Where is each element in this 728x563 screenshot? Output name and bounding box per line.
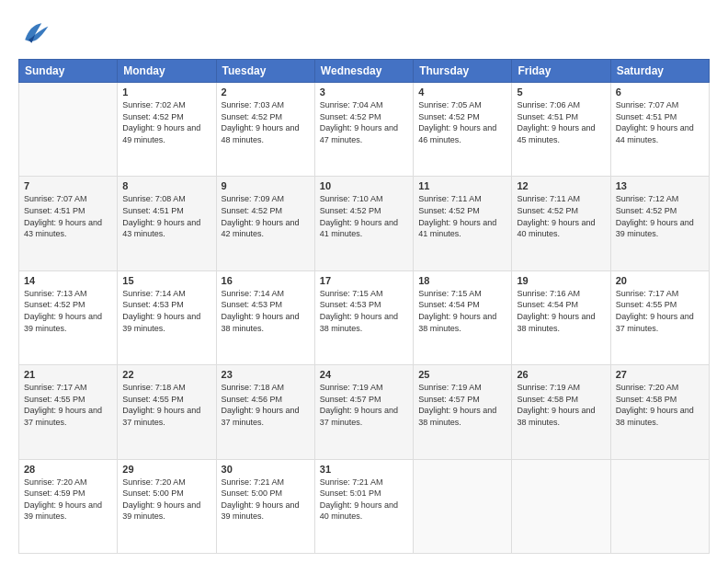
day-number: 3 bbox=[320, 86, 408, 98]
day-info: Sunrise: 7:19 AMSunset: 4:58 PMDaylight:… bbox=[517, 382, 605, 428]
day-number: 25 bbox=[418, 369, 506, 380]
day-info: Sunrise: 7:20 AMSunset: 4:59 PMDaylight:… bbox=[24, 477, 112, 523]
calendar-cell: 17Sunrise: 7:15 AMSunset: 4:53 PMDayligh… bbox=[314, 270, 413, 364]
calendar-week-row: 21Sunrise: 7:17 AMSunset: 4:55 PMDayligh… bbox=[19, 365, 710, 459]
day-info: Sunrise: 7:18 AMSunset: 4:55 PMDaylight:… bbox=[122, 382, 210, 428]
calendar-cell: 15Sunrise: 7:14 AMSunset: 4:53 PMDayligh… bbox=[118, 270, 216, 364]
calendar-cell: 19Sunrise: 7:16 AMSunset: 4:54 PMDayligh… bbox=[512, 270, 610, 364]
day-number: 14 bbox=[24, 275, 112, 286]
day-info: Sunrise: 7:06 AMSunset: 4:51 PMDaylight:… bbox=[517, 99, 605, 145]
day-info: Sunrise: 7:10 AMSunset: 4:52 PMDaylight:… bbox=[320, 193, 408, 239]
calendar-cell: 29Sunrise: 7:20 AMSunset: 5:00 PMDayligh… bbox=[118, 459, 216, 553]
day-info: Sunrise: 7:14 AMSunset: 4:53 PMDaylight:… bbox=[122, 288, 210, 334]
header bbox=[18, 17, 710, 50]
day-info: Sunrise: 7:18 AMSunset: 4:56 PMDaylight:… bbox=[222, 382, 310, 428]
calendar-cell: 1Sunrise: 7:02 AMSunset: 4:52 PMDaylight… bbox=[118, 83, 216, 177]
calendar-cell bbox=[512, 459, 610, 553]
day-info: Sunrise: 7:17 AMSunset: 4:55 PMDaylight:… bbox=[616, 288, 704, 334]
calendar-header-tuesday: Tuesday bbox=[216, 60, 314, 83]
calendar-week-row: 1Sunrise: 7:02 AMSunset: 4:52 PMDaylight… bbox=[19, 83, 710, 177]
calendar-cell: 13Sunrise: 7:12 AMSunset: 4:52 PMDayligh… bbox=[610, 177, 709, 270]
calendar-cell: 7Sunrise: 7:07 AMSunset: 4:51 PMDaylight… bbox=[19, 177, 118, 270]
calendar-cell: 11Sunrise: 7:11 AMSunset: 4:52 PMDayligh… bbox=[414, 177, 512, 270]
calendar-cell: 6Sunrise: 7:07 AMSunset: 4:51 PMDaylight… bbox=[610, 83, 709, 177]
calendar-cell: 2Sunrise: 7:03 AMSunset: 4:52 PMDaylight… bbox=[216, 83, 314, 177]
day-info: Sunrise: 7:20 AMSunset: 5:00 PMDaylight:… bbox=[122, 477, 210, 523]
day-number: 19 bbox=[517, 275, 605, 286]
day-info: Sunrise: 7:15 AMSunset: 4:53 PMDaylight:… bbox=[320, 288, 408, 334]
calendar-cell: 16Sunrise: 7:14 AMSunset: 4:53 PMDayligh… bbox=[216, 270, 314, 364]
calendar-header-friday: Friday bbox=[512, 60, 610, 83]
calendar-cell: 25Sunrise: 7:19 AMSunset: 4:57 PMDayligh… bbox=[414, 365, 512, 459]
calendar-header-thursday: Thursday bbox=[414, 60, 512, 83]
day-info: Sunrise: 7:05 AMSunset: 4:52 PMDaylight:… bbox=[418, 99, 506, 145]
day-info: Sunrise: 7:04 AMSunset: 4:52 PMDaylight:… bbox=[320, 99, 408, 145]
day-info: Sunrise: 7:03 AMSunset: 4:52 PMDaylight:… bbox=[222, 99, 310, 145]
calendar-header-monday: Monday bbox=[118, 60, 216, 83]
calendar-cell: 10Sunrise: 7:10 AMSunset: 4:52 PMDayligh… bbox=[314, 177, 413, 270]
calendar-week-row: 14Sunrise: 7:13 AMSunset: 4:52 PMDayligh… bbox=[19, 270, 710, 364]
day-info: Sunrise: 7:20 AMSunset: 4:58 PMDaylight:… bbox=[616, 382, 704, 428]
day-number: 8 bbox=[122, 180, 210, 191]
day-info: Sunrise: 7:09 AMSunset: 4:52 PMDaylight:… bbox=[222, 193, 310, 239]
calendar-cell: 31Sunrise: 7:21 AMSunset: 5:01 PMDayligh… bbox=[314, 459, 413, 553]
calendar-week-row: 7Sunrise: 7:07 AMSunset: 4:51 PMDaylight… bbox=[19, 177, 710, 270]
calendar-table: SundayMondayTuesdayWednesdayThursdayFrid… bbox=[18, 59, 710, 554]
calendar-header-row: SundayMondayTuesdayWednesdayThursdayFrid… bbox=[19, 60, 710, 83]
day-info: Sunrise: 7:02 AMSunset: 4:52 PMDaylight:… bbox=[122, 99, 210, 145]
day-number: 13 bbox=[616, 180, 704, 191]
calendar-week-row: 28Sunrise: 7:20 AMSunset: 4:59 PMDayligh… bbox=[19, 459, 710, 553]
day-info: Sunrise: 7:12 AMSunset: 4:52 PMDaylight:… bbox=[616, 193, 704, 239]
calendar-cell: 30Sunrise: 7:21 AMSunset: 5:00 PMDayligh… bbox=[216, 459, 314, 553]
calendar-header-sunday: Sunday bbox=[19, 60, 118, 83]
day-info: Sunrise: 7:11 AMSunset: 4:52 PMDaylight:… bbox=[517, 193, 605, 239]
calendar-cell: 20Sunrise: 7:17 AMSunset: 4:55 PMDayligh… bbox=[610, 270, 709, 364]
calendar-cell: 27Sunrise: 7:20 AMSunset: 4:58 PMDayligh… bbox=[610, 365, 709, 459]
calendar-cell: 12Sunrise: 7:11 AMSunset: 4:52 PMDayligh… bbox=[512, 177, 610, 270]
day-info: Sunrise: 7:21 AMSunset: 5:01 PMDaylight:… bbox=[320, 477, 408, 523]
day-number: 23 bbox=[222, 369, 310, 380]
day-info: Sunrise: 7:11 AMSunset: 4:52 PMDaylight:… bbox=[418, 193, 506, 239]
day-info: Sunrise: 7:07 AMSunset: 4:51 PMDaylight:… bbox=[616, 99, 704, 145]
day-info: Sunrise: 7:15 AMSunset: 4:54 PMDaylight:… bbox=[418, 288, 506, 334]
calendar-cell: 18Sunrise: 7:15 AMSunset: 4:54 PMDayligh… bbox=[414, 270, 512, 364]
day-number: 16 bbox=[222, 275, 310, 286]
day-number: 7 bbox=[24, 180, 112, 191]
day-number: 17 bbox=[320, 275, 408, 286]
page: SundayMondayTuesdayWednesdayThursdayFrid… bbox=[0, 0, 728, 563]
day-info: Sunrise: 7:19 AMSunset: 4:57 PMDaylight:… bbox=[418, 382, 506, 428]
day-number: 12 bbox=[517, 180, 605, 191]
calendar-cell bbox=[610, 459, 709, 553]
calendar-cell: 22Sunrise: 7:18 AMSunset: 4:55 PMDayligh… bbox=[118, 365, 216, 459]
calendar-cell: 14Sunrise: 7:13 AMSunset: 4:52 PMDayligh… bbox=[19, 270, 118, 364]
day-info: Sunrise: 7:14 AMSunset: 4:53 PMDaylight:… bbox=[222, 288, 310, 334]
day-info: Sunrise: 7:19 AMSunset: 4:57 PMDaylight:… bbox=[320, 382, 408, 428]
day-number: 22 bbox=[122, 369, 210, 380]
calendar-header-saturday: Saturday bbox=[610, 60, 709, 83]
day-number: 20 bbox=[616, 275, 704, 286]
day-number: 27 bbox=[616, 369, 704, 380]
day-number: 18 bbox=[418, 275, 506, 286]
day-number: 31 bbox=[320, 464, 408, 475]
calendar-cell: 21Sunrise: 7:17 AMSunset: 4:55 PMDayligh… bbox=[19, 365, 118, 459]
calendar-cell bbox=[414, 459, 512, 553]
day-number: 2 bbox=[222, 86, 310, 98]
day-number: 30 bbox=[222, 464, 310, 475]
day-number: 9 bbox=[222, 180, 310, 191]
day-number: 21 bbox=[24, 369, 112, 380]
calendar-cell: 9Sunrise: 7:09 AMSunset: 4:52 PMDaylight… bbox=[216, 177, 314, 270]
day-number: 24 bbox=[320, 369, 408, 380]
day-number: 10 bbox=[320, 180, 408, 191]
calendar-cell: 28Sunrise: 7:20 AMSunset: 4:59 PMDayligh… bbox=[19, 459, 118, 553]
day-info: Sunrise: 7:17 AMSunset: 4:55 PMDaylight:… bbox=[24, 382, 112, 428]
day-info: Sunrise: 7:13 AMSunset: 4:52 PMDaylight:… bbox=[24, 288, 112, 334]
calendar-header-wednesday: Wednesday bbox=[314, 60, 413, 83]
calendar-cell: 3Sunrise: 7:04 AMSunset: 4:52 PMDaylight… bbox=[314, 83, 413, 177]
calendar-cell: 4Sunrise: 7:05 AMSunset: 4:52 PMDaylight… bbox=[414, 83, 512, 177]
day-info: Sunrise: 7:21 AMSunset: 5:00 PMDaylight:… bbox=[222, 477, 310, 523]
day-number: 15 bbox=[122, 275, 210, 286]
calendar-cell: 23Sunrise: 7:18 AMSunset: 4:56 PMDayligh… bbox=[216, 365, 314, 459]
calendar-cell: 26Sunrise: 7:19 AMSunset: 4:58 PMDayligh… bbox=[512, 365, 610, 459]
logo-icon bbox=[18, 17, 51, 50]
day-number: 11 bbox=[418, 180, 506, 191]
